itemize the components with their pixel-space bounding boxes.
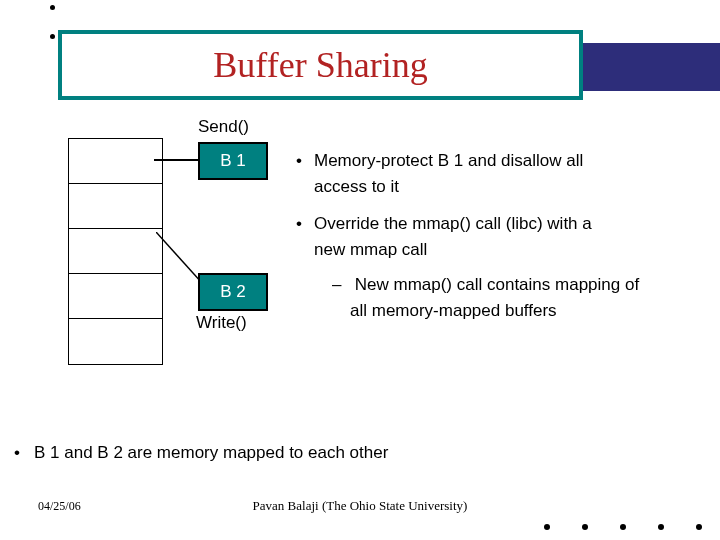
bullet-line: Override the mmap() call (libc) with a xyxy=(296,214,592,233)
sub-bullet-line: New mmap() call contains mapping of xyxy=(355,275,639,294)
decorative-dots-horizontal xyxy=(544,524,702,530)
sub-bullet-line: all memory-mapped buffers xyxy=(350,301,557,320)
bullet-line: new mmap call xyxy=(314,240,427,259)
buffer-b2-label: B 2 xyxy=(220,282,246,302)
buffer-b1-label: B 1 xyxy=(220,151,246,171)
connector-line-b1 xyxy=(154,159,198,161)
footer-author: Pavan Balaji (The Ohio State University) xyxy=(0,498,720,514)
bullet-line: Memory-protect B 1 and disallow all xyxy=(296,151,583,170)
sub-bullet-item: New mmap() call contains mapping of all … xyxy=(332,272,691,323)
memory-grid xyxy=(68,138,198,365)
grid-cell xyxy=(69,184,162,229)
bullet-list: Memory-protect B 1 and disallow all acce… xyxy=(296,148,691,335)
decorative-dots-vertical xyxy=(50,5,55,39)
grid-cell xyxy=(69,274,162,319)
grid-cell xyxy=(69,229,162,274)
slide-title: Buffer Sharing xyxy=(213,44,427,86)
buffer-b1-box: B 1 xyxy=(198,142,268,180)
buffer-b2-box: B 2 xyxy=(198,273,268,311)
accent-bar xyxy=(560,43,720,91)
send-label: Send() xyxy=(198,117,249,137)
grid-cell xyxy=(69,319,162,364)
bullet-item: Memory-protect B 1 and disallow all acce… xyxy=(296,148,691,199)
title-banner: Buffer Sharing xyxy=(58,30,583,100)
summary-bullet: B 1 and B 2 are memory mapped to each ot… xyxy=(14,443,388,463)
grid-cell xyxy=(69,139,162,184)
write-label: Write() xyxy=(196,313,247,333)
bullet-item: Override the mmap() call (libc) with a n… xyxy=(296,211,691,323)
bullet-line: access to it xyxy=(314,177,399,196)
